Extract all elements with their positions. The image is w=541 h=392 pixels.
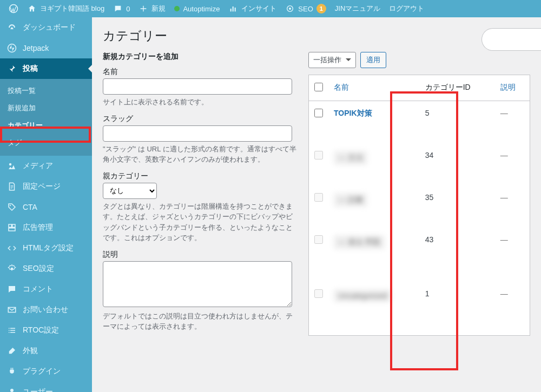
- select-all-checkbox[interactable]: [314, 83, 323, 91]
- sub-new-post[interactable]: 新規追加: [0, 99, 92, 117]
- menu-pages[interactable]: 固定ページ: [0, 176, 92, 197]
- gauge-icon: [6, 22, 17, 33]
- menu-html[interactable]: HTMLタグ設定: [0, 238, 92, 258]
- col-checkbox: [309, 75, 329, 101]
- table-row: TOPIK対策5—: [309, 101, 530, 143]
- row-checkbox[interactable]: [314, 193, 323, 202]
- menu-cta[interactable]: CTA: [0, 197, 92, 217]
- menu-label: メディア: [23, 161, 53, 171]
- seo-link[interactable]: SEO1: [281, 0, 330, 17]
- row-checkbox[interactable]: [314, 289, 323, 298]
- menu-label: SEO設定: [23, 264, 54, 274]
- menu-media[interactable]: メディア: [0, 156, 92, 176]
- content-area: カテゴリー 新規カテゴリーを追加 名前 サイト上に表示される名前です。 スラッグ…: [92, 17, 541, 392]
- desc-hint: デフォルトではこの説明は目立つ使われ方はしませんが、テーマによっては表示されます…: [103, 311, 298, 332]
- row-checkbox[interactable]: [314, 109, 323, 117]
- menu-plugins[interactable]: プラグイン: [0, 361, 92, 382]
- menu-label: 投稿: [23, 64, 38, 74]
- row-name-link[interactable]: TOPIK対策: [334, 109, 372, 117]
- apply-button[interactable]: 適用: [360, 52, 386, 68]
- wp-logo[interactable]: [4, 0, 23, 17]
- autoptimize-link[interactable]: Autoptimize: [170, 0, 224, 17]
- menu-label: コメント: [23, 284, 53, 294]
- menu-appearance[interactable]: 外観: [0, 341, 92, 361]
- table-row: Uncategorized1—: [309, 282, 530, 336]
- parent-select[interactable]: なし: [103, 183, 157, 199]
- site-link[interactable]: ヨギプト韓国語 blog: [23, 0, 109, 17]
- menu-dashboard[interactable]: ダッシュボード: [0, 17, 92, 38]
- slug-input[interactable]: [103, 125, 292, 142]
- logout-label: ログアウト: [389, 4, 424, 14]
- jin-manual-label: JINマニュアル: [335, 4, 381, 14]
- submenu-posts: 投稿一覧 新規追加 カテゴリー タグ: [0, 79, 92, 156]
- menu-posts[interactable]: 投稿: [0, 58, 92, 79]
- row-id: 5: [420, 101, 495, 143]
- new-content[interactable]: 新規: [134, 0, 170, 17]
- seo-label: SEO: [298, 5, 313, 13]
- wordpress-icon: [9, 4, 18, 14]
- menu-seo[interactable]: SEO設定: [0, 258, 92, 279]
- row-name: Uncategorized: [334, 289, 391, 302]
- svg-rect-3: [235, 8, 236, 11]
- bulk-select[interactable]: 一括操作: [308, 52, 356, 68]
- sub-tags[interactable]: タグ: [0, 134, 92, 151]
- row-desc: —: [495, 228, 530, 282]
- jin-manual-link[interactable]: JINマニュアル: [331, 0, 385, 17]
- row-desc: —: [495, 143, 530, 185]
- admin-sidebar: ダッシュボード Jetpack 投稿 投稿一覧 新規追加 カテゴリー タグ メデ…: [0, 17, 92, 392]
- gear-icon: [6, 263, 17, 274]
- code-icon: [6, 243, 17, 254]
- svg-point-7: [9, 163, 12, 166]
- layout-icon: [6, 222, 17, 233]
- media-icon: [6, 161, 17, 171]
- page-title: カテゴリー: [103, 23, 530, 46]
- desc-textarea[interactable]: [103, 261, 292, 307]
- status-dot-icon: [174, 6, 180, 11]
- jetpack-icon: [6, 43, 17, 54]
- row-desc: —: [495, 101, 530, 143]
- svg-rect-11: [9, 228, 15, 231]
- parent-hint: タグとは異なり、カテゴリーは階層構造を持つことができます。たとえば、ジャズという…: [103, 201, 298, 243]
- menu-jetpack[interactable]: Jetpack: [0, 38, 92, 58]
- menu-rtoc[interactable]: RTOC設定: [0, 320, 92, 341]
- col-desc[interactable]: 説明: [495, 75, 530, 101]
- insights-link[interactable]: インサイト: [224, 0, 281, 17]
- page-icon: [6, 181, 17, 192]
- row-desc: —: [495, 185, 530, 228]
- svg-point-14: [10, 389, 14, 392]
- menu-label: CTA: [23, 203, 37, 211]
- form-add-category: 新規カテゴリーを追加 名前 サイト上に表示される名前です。 スラッグ "スラッグ…: [103, 52, 298, 338]
- menu-contact[interactable]: お問い合わせ: [0, 300, 92, 320]
- menu-label: 外観: [23, 346, 38, 356]
- name-input[interactable]: [103, 78, 292, 95]
- row-name: — 語彙: [334, 193, 367, 207]
- category-table: 名前 カテゴリーID 説明 TOPIK対策5—— 文法34—— 語彙35—— 過…: [308, 75, 530, 336]
- row-id: 43: [420, 228, 495, 282]
- logout-link[interactable]: ログアウト: [385, 0, 428, 17]
- comments-link[interactable]: 0: [109, 0, 134, 17]
- slug-label: スラッグ: [103, 114, 298, 124]
- comment-icon: [113, 4, 123, 14]
- menu-users[interactable]: ユーザー: [0, 382, 92, 392]
- table-row: — 文法34—: [309, 143, 530, 185]
- form-heading: 新規カテゴリーを追加: [103, 52, 298, 62]
- user-icon: [6, 387, 17, 392]
- menu-comments[interactable]: コメント: [0, 279, 92, 300]
- sub-categories[interactable]: カテゴリー: [0, 117, 92, 134]
- row-name: — 過去 問題: [334, 235, 385, 249]
- bulk-select-label: 一括操作: [313, 55, 341, 65]
- new-label: 新規: [151, 4, 166, 14]
- col-name[interactable]: 名前: [328, 75, 420, 101]
- desc-label: 説明: [103, 250, 298, 260]
- seo-icon: [285, 4, 295, 14]
- svg-point-8: [10, 205, 11, 206]
- row-checkbox[interactable]: [314, 151, 323, 160]
- sub-all-posts[interactable]: 投稿一覧: [0, 82, 92, 99]
- menu-label: ダッシュボード: [23, 23, 76, 32]
- svg-rect-9: [9, 224, 11, 227]
- menu-ads[interactable]: 広告管理: [0, 217, 92, 238]
- col-catid: カテゴリーID: [420, 75, 495, 101]
- row-checkbox[interactable]: [314, 235, 323, 244]
- svg-rect-10: [12, 224, 15, 227]
- admin-topbar: ヨギプト韓国語 blog 0 新規 Autoptimize インサイト SEO1…: [0, 0, 541, 17]
